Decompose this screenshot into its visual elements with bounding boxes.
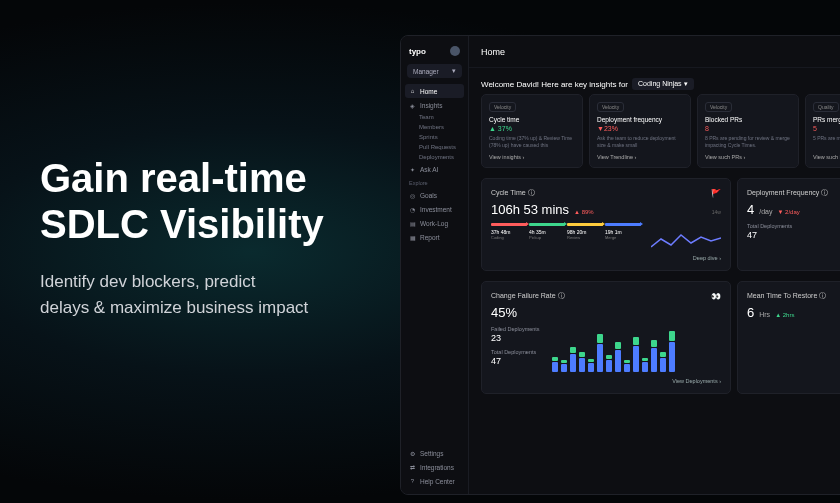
nav-label: Report [420,234,440,241]
substat-label: Total Deployments [747,223,792,229]
badge: Quality [813,102,839,112]
badge: Velocity [489,102,516,112]
card-title: PRs merged w [813,116,840,123]
nav-home[interactable]: ⌂Home [405,84,464,98]
nav-help[interactable]: ?Help Center [401,474,468,488]
nav-team[interactable]: Team [401,112,468,122]
nav-investment[interactable]: ◔Investment [401,202,468,216]
insight-card-blocked-prs[interactable]: Velocity Blocked PRs 8 8 PRs are pending… [697,94,799,168]
badge: Velocity [705,102,732,112]
cfr-card: Change Failure Rate ⓘ👀 45% Failed Deploy… [481,281,731,394]
role-selector[interactable]: Manager ▾ [407,64,462,78]
card-title: Cycle time [489,116,575,123]
plug-icon: ⇄ [409,464,416,471]
chart-icon: ◔ [409,206,416,213]
cycle-time-delta: ▲ 89% [574,209,594,215]
card-link[interactable]: View Trendline › [597,154,683,160]
chevron-down-icon: ▾ [684,80,688,87]
substat-value: 23 [491,333,540,343]
log-icon: ▤ [409,220,416,227]
page-title: Home [481,47,505,57]
badge: Velocity [597,102,624,112]
substat-value: 47 [491,356,540,366]
deploy-freq-value: 4 [747,202,754,217]
nav-report[interactable]: ▦Report [401,230,468,244]
nav-label: Ask AI [420,166,438,173]
nav-insights[interactable]: ◈Insights [401,98,468,112]
avatar[interactable] [450,46,460,56]
pipeline: 37h 48mCoding 4h 35mPickup 98h 20mReview… [491,223,641,240]
flag-icon: 🚩 [711,189,721,198]
insight-cards-row: Velocity Cycle time ▲ 37% Coding time (3… [469,94,840,168]
card-desc: Ask the team to reduce deployment size &… [597,135,683,148]
stage-name: Pickup [529,235,565,240]
cfr-value: 45% [491,305,517,320]
mttr-card: Mean Time To Restore ⓘ 6Hrs▲ 2hrs [737,281,840,394]
card-link[interactable]: View such PRs › [813,154,840,160]
nav-section-explore: Explore [401,176,468,188]
stage-name: Review [567,235,603,240]
deploy-freq-unit: /day [759,208,772,215]
card-title: Deployment Frequency ⓘ [747,188,828,198]
nav-members[interactable]: Members [401,122,468,132]
card-metric: ▲ 37% [489,125,575,132]
card-link[interactable]: View such PRs › [705,154,791,160]
eyes-icon: 👀 [711,292,721,301]
nav-settings[interactable]: ⚙Settings [401,446,468,460]
topbar: Home Weekly [469,36,840,68]
view-deployments-link[interactable]: View Deployments › [491,378,721,384]
nav-work-log[interactable]: ▤Work-Log [401,216,468,230]
nav-label: Work-Log [420,220,448,227]
team-name: Coding Ninjas [638,80,682,87]
nav-label: Investment [420,206,452,213]
team-selector[interactable]: Coding Ninjas ▾ [632,78,694,90]
hero-sub-line2: delays & maximize business impact [40,298,308,317]
card-title: Cycle Time ⓘ [491,188,535,198]
role-label: Manager [413,68,439,75]
nav-integrations[interactable]: ⇄Integrations [401,460,468,474]
target-icon: ◎ [409,192,416,199]
deep-dive-link[interactable]: Deep dive › [491,255,721,261]
deploy-freq-card: Deployment Frequency ⓘ 4/day▼ 2/day Tota… [737,178,840,271]
insight-card-prs-merged[interactable]: Quality PRs merged w 5 5 PRs are merged.… [805,94,840,168]
substat-label: Total Deployments [491,349,536,355]
welcome-bar: Welcome David! Here are key insights for… [469,68,840,94]
deploy-freq-delta: ▼ 2/day [777,209,799,215]
insight-card-deploy-freq[interactable]: Velocity Deployment frequency ▼23% Ask t… [589,94,691,168]
card-link[interactable]: View insights › [489,154,575,160]
nav-label: Home [420,88,437,95]
insight-card-cycle-time[interactable]: Velocity Cycle time ▲ 37% Coding time (3… [481,94,583,168]
nav-label: Integrations [420,464,454,471]
sparkle-icon: ✦ [409,166,416,173]
stage-name: Coding [491,235,527,240]
welcome-text: Welcome David! Here are key insights for [481,80,628,89]
hero-title-line1: Gain real-time [40,156,307,200]
nav-ask-ai[interactable]: ✦Ask AI [401,162,468,176]
hero-sub-line1: Identify dev blockers, predict [40,272,255,291]
nav-pull-requests[interactable]: Pull Requests [401,142,468,152]
cycle-time-value: 106h 53 mins [491,202,569,217]
card-desc: Coding time (37% up) & Review Time (78% … [489,135,575,148]
sidebar: typo Manager ▾ ⌂Home ◈Insights Team Memb… [401,36,469,494]
nav-label: Settings [420,450,444,457]
stage-name: Merge [605,235,641,240]
card-metric: 5 [813,125,840,132]
cycle-time-card: Cycle Time ⓘ🚩 106h 53 mins▲ 89%14w 37h 4… [481,178,731,271]
card-title: Change Failure Rate ⓘ [491,291,565,301]
logo: typo [401,42,468,60]
sparkline-chart [651,227,721,249]
nav-goals[interactable]: ◎Goals [401,188,468,202]
mttr-delta: ▲ 2hrs [775,312,794,318]
nav-deployments[interactable]: Deployments [401,152,468,162]
nav-label: Goals [420,192,437,199]
gear-icon: ⚙ [409,450,416,457]
insights-icon: ◈ [409,102,416,109]
help-icon: ? [409,478,416,485]
card-desc: 5 PRs are merged. This can lead to qu [813,135,840,142]
mttr-value: 6 [747,305,754,320]
home-icon: ⌂ [409,88,416,95]
nav-label: Help Center [420,478,455,485]
substat-label: Failed Deployments [491,326,540,332]
nav-sprints[interactable]: Sprints [401,132,468,142]
cfr-bar-chart [552,332,675,372]
